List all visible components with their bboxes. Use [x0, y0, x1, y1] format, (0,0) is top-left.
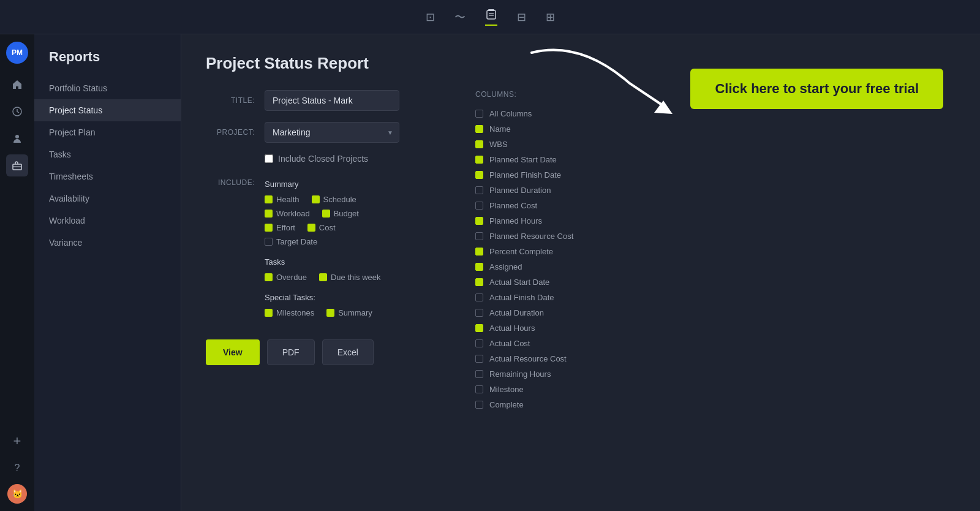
summary-row-4: Target Date — [265, 237, 381, 246]
columns-panel: COLUMNS: All Columns Name WBS — [475, 90, 684, 412]
project-row: PROJECT: Marketing — [206, 122, 439, 143]
excel-button[interactable]: Excel — [322, 339, 374, 365]
main-content: Click here to start your free trial Proj… — [181, 34, 980, 511]
col-planned-hours[interactable]: Planned Hours — [475, 213, 679, 229]
col-planned-finish[interactable]: Planned Finish Date — [475, 167, 679, 183]
special-tasks-group-title: Special Tasks: — [265, 293, 381, 302]
schedule-checkbox-box — [312, 195, 320, 203]
topbar-icons: ⊡ 〜 ⊟ ⊞ — [426, 8, 555, 26]
title-label: TITLE: — [206, 96, 255, 105]
special-summary-check[interactable]: Summary — [326, 308, 372, 317]
col-assigned-checkbox — [475, 263, 483, 271]
nav-briefcase[interactable] — [6, 154, 28, 176]
col-actual-finish-checkbox — [475, 293, 483, 301]
effort-check[interactable]: Effort — [265, 223, 295, 232]
form-area: TITLE: PROJECT: Marketing Include Closed — [206, 90, 956, 412]
sidebar-item-project-plan[interactable]: Project Plan — [34, 121, 181, 143]
project-select-wrapper: Marketing — [265, 122, 399, 143]
sidebar-item-tasks[interactable]: Tasks — [34, 143, 181, 165]
project-select[interactable]: Marketing — [265, 122, 399, 143]
title-input[interactable] — [265, 90, 399, 111]
col-actual-resource-cost[interactable]: Actual Resource Cost — [475, 351, 679, 366]
cta-banner[interactable]: Click here to start your free trial — [690, 69, 943, 109]
col-percent-complete[interactable]: Percent Complete — [475, 244, 679, 259]
nav-home[interactable] — [6, 74, 28, 96]
col-complete[interactable]: Complete — [475, 397, 679, 412]
col-actual-cost[interactable]: Actual Cost — [475, 336, 679, 351]
col-milestone[interactable]: Milestone — [475, 382, 679, 397]
col-planned-cost[interactable]: Planned Cost — [475, 198, 679, 213]
col-all-columns[interactable]: All Columns — [475, 106, 679, 121]
col-milestone-checkbox — [475, 385, 483, 393]
overdue-checkbox-box — [265, 273, 273, 281]
pulse-icon[interactable]: 〜 — [454, 10, 466, 25]
cost-check[interactable]: Cost — [307, 223, 336, 232]
left-nav-bottom: + ? 🐱 — [6, 430, 28, 504]
bottom-buttons: View PDF Excel — [206, 339, 439, 365]
col-actual-start-checkbox — [475, 278, 483, 286]
col-assigned[interactable]: Assigned — [475, 259, 679, 274]
main-body: PM + — [0, 34, 980, 511]
sidebar-item-workload[interactable]: Workload — [34, 210, 181, 232]
include-grid: Summary Health Schedule — [265, 176, 381, 320]
milestones-check[interactable]: Milestones — [265, 308, 314, 317]
sidebar-item-portfolio-status[interactable]: Portfolio Status — [34, 77, 181, 99]
sidebar-item-variance[interactable]: Variance — [34, 232, 181, 254]
col-name[interactable]: Name — [475, 121, 679, 137]
cta-text: Click here to start your free trial — [715, 81, 919, 96]
col-actual-cost-checkbox — [475, 339, 483, 347]
sidebar-title: Reports — [34, 49, 181, 77]
include-label: INCLUDE: — [206, 176, 255, 320]
nav-timeline[interactable] — [6, 100, 28, 123]
sidebar-item-project-status[interactable]: Project Status — [34, 99, 181, 121]
health-check[interactable]: Health — [265, 195, 300, 204]
summary-group-title: Summary — [265, 180, 381, 189]
col-actual-hours[interactable]: Actual Hours — [475, 320, 679, 336]
col-actual-start[interactable]: Actual Start Date — [475, 274, 679, 290]
svg-rect-1 — [487, 10, 496, 19]
nav-add[interactable]: + — [6, 430, 28, 452]
tasks-row-1: Overdue Due this week — [265, 273, 381, 282]
nav-help[interactable]: ? — [6, 457, 28, 479]
clipboard-icon[interactable] — [485, 8, 497, 26]
col-all-columns-checkbox — [475, 110, 483, 118]
split-icon[interactable]: ⊞ — [546, 10, 555, 24]
col-planned-start-checkbox — [475, 156, 483, 164]
user-avatar[interactable]: 🐱 — [7, 484, 27, 504]
view-button[interactable]: View — [206, 339, 260, 365]
col-wbs[interactable]: WBS — [475, 137, 679, 152]
columns-scroll[interactable]: All Columns Name WBS Planned Start Date — [475, 106, 684, 412]
target-date-checkbox-box — [265, 238, 273, 246]
svg-point-5 — [15, 135, 19, 138]
target-date-check[interactable]: Target Date — [265, 237, 317, 246]
pdf-button[interactable]: PDF — [267, 339, 315, 365]
due-this-week-check[interactable]: Due this week — [319, 273, 381, 282]
col-planned-duration[interactable]: Planned Duration — [475, 183, 679, 198]
summary-row-2: Workload Budget — [265, 209, 381, 218]
link-icon[interactable]: ⊟ — [517, 10, 526, 24]
app-logo[interactable]: PM — [6, 42, 28, 64]
col-planned-resource-cost[interactable]: Planned Resource Cost — [475, 229, 679, 244]
scan-icon[interactable]: ⊡ — [426, 10, 435, 24]
col-remaining-hours[interactable]: Remaining Hours — [475, 366, 679, 382]
cost-checkbox-box — [307, 224, 315, 232]
budget-checkbox-box — [322, 210, 330, 218]
schedule-check[interactable]: Schedule — [312, 195, 356, 204]
col-actual-resource-cost-checkbox — [475, 355, 483, 363]
include-closed-checkbox[interactable] — [265, 154, 273, 163]
nav-people[interactable] — [6, 127, 28, 150]
col-planned-start[interactable]: Planned Start Date — [475, 152, 679, 167]
overdue-check[interactable]: Overdue — [265, 273, 307, 282]
col-remaining-hours-checkbox — [475, 370, 483, 378]
include-closed-label[interactable]: Include Closed Projects — [265, 154, 439, 164]
milestones-checkbox-box — [265, 309, 273, 317]
col-name-checkbox — [475, 125, 483, 133]
special-summary-checkbox-box — [326, 309, 334, 317]
sidebar-item-availability[interactable]: Availability — [34, 187, 181, 210]
col-actual-finish[interactable]: Actual Finish Date — [475, 290, 679, 305]
col-actual-duration[interactable]: Actual Duration — [475, 305, 679, 320]
workload-check[interactable]: Workload — [265, 209, 310, 218]
project-label: PROJECT: — [206, 128, 255, 137]
budget-check[interactable]: Budget — [322, 209, 359, 218]
sidebar-item-timesheets[interactable]: Timesheets — [34, 165, 181, 187]
